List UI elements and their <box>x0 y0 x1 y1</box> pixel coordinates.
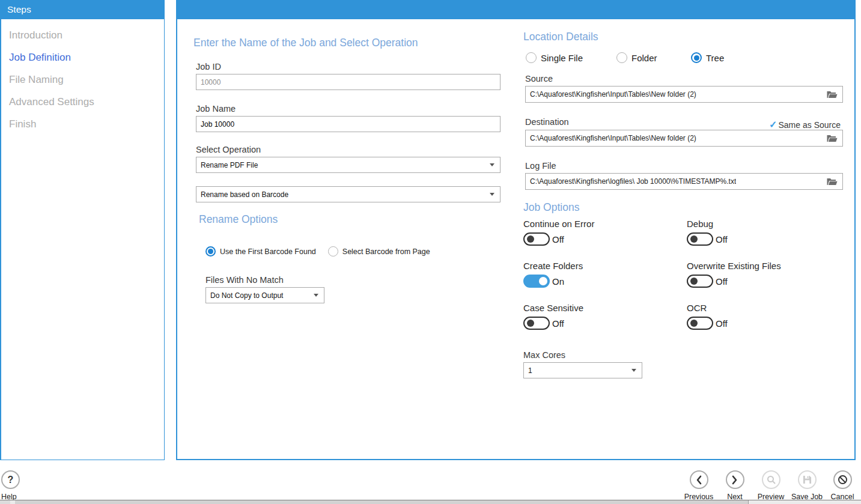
toggle-state: Off <box>716 234 728 244</box>
log-file-path-field[interactable]: C:\Aquaforest\Kingfisher\logfiles\ Job 1… <box>525 173 843 190</box>
same-as-source-label: Same as Source <box>779 120 841 130</box>
job-definition-panel: Enter the Name of the Job and Select Ope… <box>176 0 856 460</box>
sidebar-item-job-definition[interactable]: Job Definition <box>1 46 164 68</box>
sidebar-item-finish[interactable]: Finish <box>1 113 164 135</box>
radio-single-file[interactable]: Single File <box>526 52 583 63</box>
save-job-button[interactable]: Save Job <box>789 470 825 501</box>
horizontal-scrollbar[interactable] <box>0 500 861 504</box>
ocr-switch[interactable] <box>687 317 713 330</box>
job-id-input[interactable] <box>196 74 500 90</box>
sidebar-item-file-naming[interactable]: File Naming <box>1 68 164 91</box>
help-circle[interactable]: ? <box>1 470 20 489</box>
previous-button[interactable]: Previous <box>681 470 717 501</box>
barcode-radio-row: Use the First Barcode Found Select Barco… <box>205 246 430 257</box>
sidebar-step-list: Introduction Job Definition File Naming … <box>0 19 165 460</box>
toggle-state: Off <box>552 318 564 329</box>
folder-icon <box>827 135 838 142</box>
preview-circle[interactable] <box>762 470 780 489</box>
radio-icon[interactable] <box>526 52 537 63</box>
same-as-source-checkbox[interactable]: ✓ Same as Source <box>769 119 841 130</box>
switch-knob <box>527 320 534 327</box>
files-no-match-label: Files With No Match <box>205 275 284 285</box>
operation-sub-select-value: Rename based on Barcode <box>201 190 288 199</box>
chevron-down-icon <box>490 193 494 196</box>
cancel-button[interactable]: Cancel <box>824 470 860 501</box>
toggle-label: OCR <box>687 303 728 313</box>
radio-label: Single File <box>541 53 583 63</box>
radio-icon[interactable] <box>691 52 702 63</box>
toggle-overwrite-existing-files: Overwrite Existing Files Off <box>687 261 781 288</box>
log-file-label: Log File <box>525 161 556 171</box>
toggle-label: Create Folders <box>523 261 583 271</box>
save-floppy-icon <box>803 475 812 484</box>
debug-switch[interactable] <box>687 232 713 246</box>
check-icon[interactable]: ✓ <box>769 119 777 130</box>
sidebar-item-introduction[interactable]: Introduction <box>1 24 164 46</box>
toggle-label: Case Sensitive <box>523 303 583 313</box>
radio-label: Select Barcode from Page <box>342 247 430 256</box>
steps-sidebar: Steps Introduction Job Definition File N… <box>0 0 165 460</box>
destination-path-field[interactable]: C:\Aquaforest\Kingfisher\Input\Tables\Ne… <box>525 130 843 147</box>
overwrite-existing-files-switch[interactable] <box>687 275 713 288</box>
operation-select[interactable]: Rename PDF File <box>196 157 500 173</box>
source-path-field[interactable]: C:\Aquaforest\Kingfisher\Input\Tables\Ne… <box>525 86 843 103</box>
switch-knob <box>539 277 547 285</box>
radio-icon[interactable] <box>616 52 627 63</box>
toggle-label: Debug <box>687 219 728 229</box>
toggle-create-folders: Create Folders On <box>523 261 583 288</box>
save-job-circle[interactable] <box>798 470 817 489</box>
toggle-state: Off <box>716 318 728 329</box>
cancel-circle[interactable] <box>833 470 852 489</box>
create-folders-switch[interactable] <box>523 275 550 288</box>
toggle-state: Off <box>552 234 564 244</box>
radio-label: Tree <box>706 53 724 63</box>
chevron-down-icon <box>490 163 494 166</box>
continue-on-error-switch[interactable] <box>523 232 550 246</box>
switch-knob <box>690 235 698 243</box>
case-sensitive-switch[interactable] <box>523 317 550 330</box>
toggle-debug: Debug Off <box>687 219 728 246</box>
source-label: Source <box>525 74 553 83</box>
radio-select-barcode-from-page[interactable]: Select Barcode from Page <box>328 246 430 257</box>
radio-icon[interactable] <box>328 246 338 257</box>
panel-body: Enter the Name of the Job and Select Ope… <box>176 19 856 460</box>
toggle-state: On <box>552 276 564 287</box>
files-no-match-select[interactable]: Do Not Copy to Output <box>205 287 324 303</box>
radio-tree[interactable]: Tree <box>691 52 724 63</box>
scrollbar-left-button[interactable] <box>0 500 10 504</box>
location-details-heading: Location Details <box>523 31 598 43</box>
scrollbar-thumb[interactable] <box>15 500 749 504</box>
radio-folder[interactable]: Folder <box>616 52 657 63</box>
sidebar-item-advanced-settings[interactable]: Advanced Settings <box>1 91 164 113</box>
chevron-down-icon <box>314 294 318 297</box>
max-cores-select[interactable]: 1 <box>523 362 642 378</box>
previous-circle[interactable] <box>690 470 708 489</box>
job-section-heading: Enter the Name of the Job and Select Ope… <box>193 37 418 49</box>
folder-icon <box>827 91 838 99</box>
log-file-browse-button[interactable] <box>827 178 838 186</box>
log-file-path-value: C:\Aquaforest\Kingfisher\logfiles\ Job 1… <box>530 177 736 186</box>
source-path-value: C:\Aquaforest\Kingfisher\Input\Tables\Ne… <box>530 90 696 99</box>
wizard-footer: ? Help Previous Next Preview <box>0 460 861 500</box>
radio-label: Folder <box>631 53 657 63</box>
radio-use-first-barcode[interactable]: Use the First Barcode Found <box>205 246 316 257</box>
chevron-left-icon <box>695 475 702 485</box>
job-name-input[interactable] <box>196 116 500 132</box>
operation-sub-select[interactable]: Rename based on Barcode <box>196 186 500 202</box>
toggle-label: Continue on Error <box>523 219 594 229</box>
job-options-heading: Job Options <box>523 201 579 214</box>
destination-browse-button[interactable] <box>827 135 838 142</box>
next-button[interactable]: Next <box>717 470 753 501</box>
switch-knob <box>690 320 698 327</box>
rename-options-heading: Rename Options <box>199 213 278 226</box>
preview-button[interactable]: Preview <box>753 470 789 501</box>
source-browse-button[interactable] <box>827 91 838 99</box>
next-circle[interactable] <box>726 470 744 489</box>
magnifier-icon <box>767 475 776 484</box>
radio-label: Use the First Barcode Found <box>220 247 316 256</box>
radio-icon[interactable] <box>205 246 216 257</box>
files-no-match-value: Do Not Copy to Output <box>210 291 283 300</box>
sidebar-title: Steps <box>0 0 165 19</box>
toggle-ocr: OCR Off <box>687 303 728 330</box>
help-button[interactable]: ? Help <box>1 470 20 501</box>
